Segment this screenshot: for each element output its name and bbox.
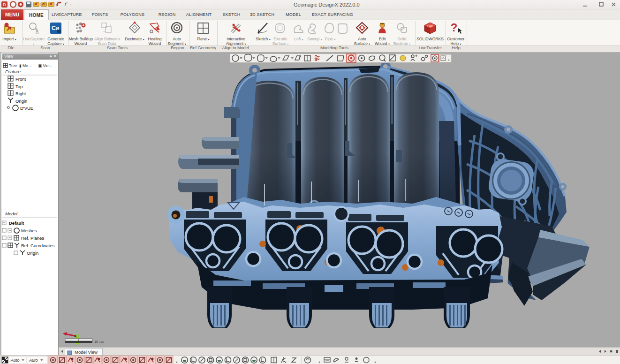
- svg-text:Ref. Planes: Ref. Planes: [21, 235, 44, 241]
- svg-text:Right: Right: [15, 91, 26, 96]
- svg-text:▮ Me...: ▮ Me...: [19, 63, 31, 68]
- svg-text:Tree: Tree: [9, 63, 17, 68]
- svg-text:Auto: Auto: [29, 358, 38, 363]
- svg-text:Origin: Origin: [15, 99, 27, 104]
- svg-text:?: ?: [451, 21, 458, 34]
- svg-text:Meshes: Meshes: [21, 228, 37, 233]
- svg-text:Ref. Coordinates: Ref. Coordinates: [21, 243, 55, 248]
- svg-text:Default: Default: [9, 220, 24, 226]
- svg-text:10: 10: [94, 340, 98, 343]
- svg-text:Top: Top: [15, 84, 23, 89]
- svg-text:Feature: Feature: [5, 69, 21, 74]
- svg-text:Front: Front: [15, 76, 26, 82]
- svg-text:▣ Vie...: ▣ Vie...: [38, 63, 52, 68]
- svg-text:Model: Model: [5, 211, 18, 216]
- svg-text::: :: [70, 3, 71, 7]
- svg-text:D: D: [3, 2, 6, 7]
- svg-text:mm: mm: [99, 341, 104, 343]
- svg-text:SW: SW: [427, 24, 433, 28]
- svg-text:Origin: Origin: [27, 250, 38, 256]
- svg-text:D'VUE: D'VUE: [20, 106, 33, 111]
- svg-text:Auto: Auto: [10, 358, 20, 363]
